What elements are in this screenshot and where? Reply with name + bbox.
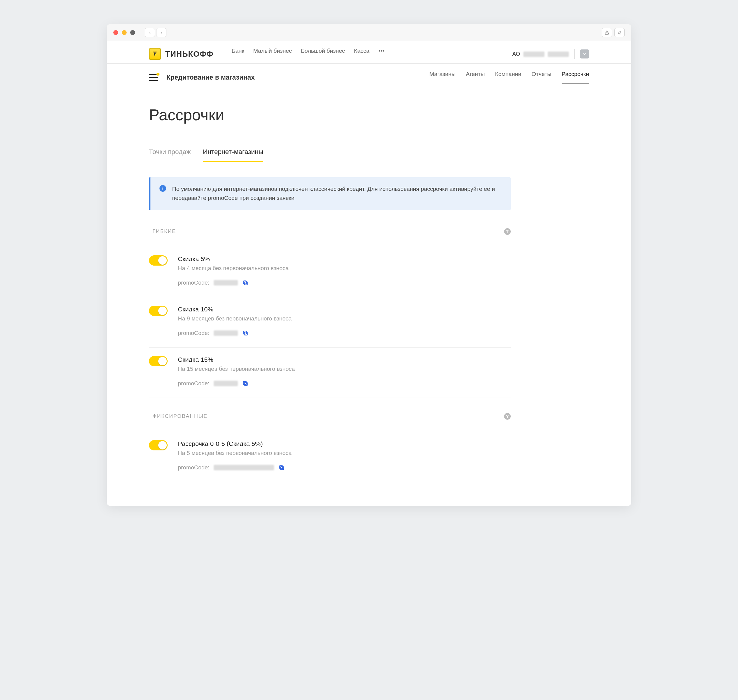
account-divider: [574, 49, 575, 59]
page-body: Рассрочки Точки продаж Интернет-магазины…: [107, 88, 631, 506]
account-label: АО: [512, 51, 569, 57]
promo-label: promoCode:: [178, 464, 210, 471]
promo-label: promoCode:: [178, 380, 210, 387]
subnav-link-reports[interactable]: Отчеты: [532, 71, 551, 84]
tab-online-stores[interactable]: Интернет-магазины: [203, 148, 263, 162]
subnav-links: Магазины Агенты Компании Отчеты Рассрочк…: [429, 71, 589, 84]
topnav-link-kassa[interactable]: Касса: [354, 48, 369, 60]
account-dropdown-button[interactable]: [580, 49, 589, 59]
svg-rect-7: [244, 382, 247, 385]
promo-row: promoCode:: [178, 330, 511, 337]
copy-button[interactable]: [242, 279, 249, 286]
section-label-flexible: ГИБКИЕ: [153, 228, 176, 235]
info-banner: i По умолчанию для интернет-магазинов по…: [149, 177, 511, 210]
close-window-button[interactable]: [113, 30, 118, 35]
svg-rect-10: [279, 465, 282, 469]
sub-navigation: Кредитование в магазинах Магазины Агенты…: [107, 63, 631, 88]
tabs-button[interactable]: [615, 28, 625, 37]
topnav-link-big-business[interactable]: Большой бизнес: [301, 48, 345, 60]
plan-title: Скидка 5%: [178, 255, 511, 263]
topnav-links: Банк Малый бизнес Большой бизнес Касса •…: [232, 48, 384, 60]
subnav-link-stores[interactable]: Магазины: [429, 71, 456, 84]
section-label-fixed: ФИКСИРОВАННЫЕ: [153, 413, 208, 419]
info-icon: i: [159, 185, 166, 192]
menu-button[interactable]: [149, 74, 158, 81]
topnav-link-small-business[interactable]: Малый бизнес: [253, 48, 292, 60]
topnav-more-button[interactable]: •••: [378, 48, 384, 60]
page-title: Рассрочки: [149, 106, 511, 124]
section-header-fixed: ФИКСИРОВАННЫЕ ?: [149, 413, 511, 420]
svg-rect-1: [618, 31, 620, 33]
svg-rect-6: [243, 331, 246, 334]
nav-arrows: ‹ ›: [145, 28, 166, 37]
help-icon[interactable]: ?: [504, 413, 511, 420]
minimize-window-button[interactable]: [122, 30, 126, 35]
copy-button[interactable]: [278, 464, 285, 471]
account-name-redacted-2: [548, 51, 569, 57]
svg-rect-2: [619, 32, 621, 34]
svg-rect-4: [243, 281, 246, 284]
plan-title: Скидка 10%: [178, 306, 511, 313]
maximize-window-button[interactable]: [130, 30, 135, 35]
top-navigation: ₮ ТИНЬКОФФ Банк Малый бизнес Большой биз…: [107, 41, 631, 63]
subnav-link-agents[interactable]: Агенты: [466, 71, 485, 84]
copy-button[interactable]: [242, 380, 249, 387]
window-titlebar: ‹ ›: [107, 24, 631, 41]
plan-toggle[interactable]: [149, 440, 168, 450]
brand-name: ТИНЬКОФФ: [165, 49, 213, 59]
promo-row: promoCode:: [178, 380, 511, 387]
plan-row: Скидка 15% На 15 месяцев без первоначаль…: [149, 348, 511, 398]
promo-code-redacted: [214, 465, 274, 470]
subnav-link-installments[interactable]: Рассрочки: [562, 71, 589, 84]
promo-row: promoCode:: [178, 279, 511, 286]
plan-toggle[interactable]: [149, 255, 168, 266]
account-area: АО: [512, 49, 589, 59]
copy-button[interactable]: [242, 330, 249, 337]
plan-subtitle: На 5 месяцев без первоначального взноса: [178, 450, 511, 456]
subnav-title: Кредитование в магазинах: [166, 74, 255, 81]
share-button[interactable]: [602, 28, 612, 37]
plan-row: Рассрочка 0-0-5 (Скидка 5%) На 5 месяцев…: [149, 432, 511, 482]
promo-row: promoCode:: [178, 464, 511, 471]
page-tabs: Точки продаж Интернет-магазины: [149, 148, 511, 162]
promo-code-redacted: [214, 381, 238, 386]
plan-subtitle: На 4 месяца без первоначального взноса: [178, 265, 511, 272]
promo-code-redacted: [214, 280, 238, 285]
plan-subtitle: На 15 месяцев без первоначального взноса: [178, 366, 511, 372]
plan-title: Рассрочка 0-0-5 (Скидка 5%): [178, 440, 511, 447]
notification-dot-icon: [156, 73, 159, 76]
plan-title: Скидка 15%: [178, 356, 511, 363]
browser-window: ‹ › ₮ ТИНЬКОФФ Банк Малый бизнес Большой…: [107, 24, 631, 506]
promo-label: promoCode:: [178, 330, 210, 337]
titlebar-right: [602, 28, 625, 37]
forward-button[interactable]: ›: [156, 28, 166, 37]
svg-rect-5: [244, 332, 247, 335]
promo-label: promoCode:: [178, 279, 210, 286]
brand-logo[interactable]: ₮ ТИНЬКОФФ: [149, 48, 213, 60]
account-name-redacted: [523, 51, 544, 57]
tab-points-of-sale[interactable]: Точки продаж: [149, 148, 191, 162]
help-icon[interactable]: ?: [504, 228, 511, 235]
back-button[interactable]: ‹: [145, 28, 155, 37]
topnav-link-bank[interactable]: Банк: [232, 48, 244, 60]
svg-rect-8: [243, 381, 246, 384]
svg-rect-9: [280, 466, 284, 469]
plan-toggle[interactable]: [149, 356, 168, 366]
traffic-lights: [113, 30, 135, 35]
plan-subtitle: На 9 месяцев без первоначального взноса: [178, 315, 511, 322]
plan-row: Скидка 10% На 9 месяцев без первоначальн…: [149, 297, 511, 348]
plan-toggle[interactable]: [149, 306, 168, 316]
promo-code-redacted: [214, 330, 238, 336]
logo-badge-icon: ₮: [149, 48, 161, 60]
svg-rect-3: [244, 282, 247, 285]
plan-row: Скидка 5% На 4 месяца без первоначальног…: [149, 247, 511, 297]
info-banner-text: По умолчанию для интернет-магазинов подк…: [172, 184, 502, 203]
section-header-flexible: ГИБКИЕ ?: [149, 228, 511, 235]
subnav-link-companies[interactable]: Компании: [495, 71, 521, 84]
